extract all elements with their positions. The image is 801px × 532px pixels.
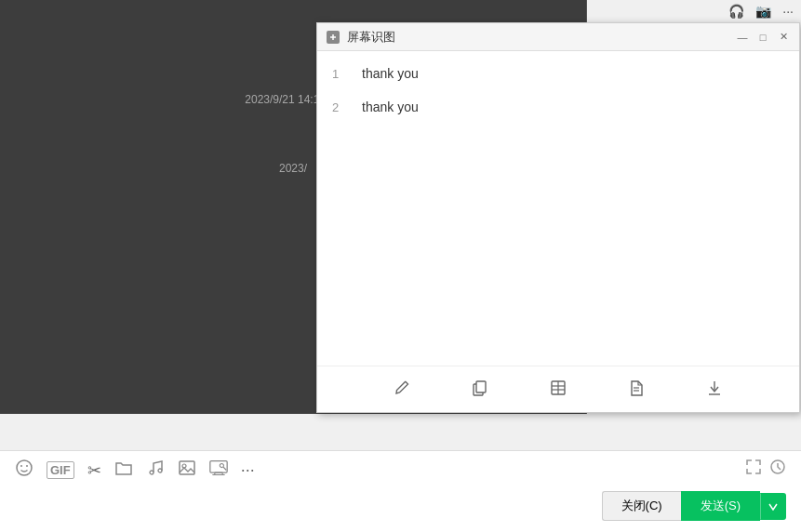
ocr-download-icon[interactable] (702, 376, 727, 404)
more-icon[interactable]: ··· (782, 4, 794, 19)
camera-icon: 📷 (755, 4, 771, 19)
toolbar-buttons: 关闭(C) 发送(S) (602, 491, 786, 521)
svg-point-14 (20, 465, 22, 467)
emoji-icon[interactable] (15, 459, 33, 482)
folder-icon[interactable] (114, 459, 133, 481)
send-dropdown-button[interactable] (760, 493, 786, 520)
ocr-item-num-2: 2 (332, 100, 347, 114)
ocr-table-icon[interactable] (546, 376, 570, 404)
ocr-item-1: 1 thank you (332, 66, 784, 81)
toolbar-right-icons (745, 459, 786, 480)
ocr-edit-icon[interactable] (390, 376, 414, 404)
toolbar: GIF ✂ (0, 450, 801, 532)
svg-line-24 (223, 467, 226, 470)
ocr-panel: 屏幕识图 — □ ✕ 1 thank you 2 thank you (316, 22, 800, 413)
close-button[interactable]: ✕ (777, 31, 790, 44)
expand-icon[interactable] (745, 459, 762, 480)
ocr-title: 屏幕识图 (347, 29, 728, 46)
svg-point-16 (150, 471, 154, 474)
ocr-item-2: 2 thank you (332, 100, 784, 114)
svg-rect-20 (210, 461, 227, 473)
headset-icon: 🎧 (728, 4, 744, 19)
svg-point-13 (17, 460, 32, 475)
scissors-icon[interactable]: ✂ (87, 460, 101, 481)
gif-icon[interactable]: GIF (47, 461, 74, 479)
ocr-content: 1 thank you 2 thank you (317, 51, 799, 366)
history-icon[interactable] (769, 459, 786, 480)
minimize-button[interactable]: — (736, 31, 749, 44)
image-icon[interactable] (178, 459, 196, 481)
svg-point-23 (220, 463, 223, 467)
svg-rect-18 (180, 461, 194, 474)
send-button[interactable]: 发送(S) (681, 491, 760, 521)
ocr-copy-icon[interactable] (468, 376, 492, 404)
restore-button[interactable]: □ (756, 31, 769, 44)
music-icon[interactable] (146, 459, 165, 482)
svg-point-15 (26, 465, 28, 467)
svg-point-17 (158, 469, 162, 472)
ocr-item-text-2: thank you (362, 100, 419, 114)
svg-rect-4 (476, 381, 486, 392)
ocr-title-icon (327, 31, 340, 44)
ocr-item-text-1: thank you (362, 66, 419, 81)
ocr-footer (317, 366, 799, 412)
ocr-doc-icon[interactable] (624, 376, 648, 404)
ocr-titlebar: 屏幕识图 — □ ✕ (317, 23, 799, 51)
screen-icon[interactable] (209, 459, 228, 481)
system-top-bar: 🎧 📷 ··· (689, 0, 801, 22)
toolbar-icons: GIF ✂ (0, 451, 801, 489)
close-chat-button[interactable]: 关闭(C) (602, 491, 681, 521)
ocr-item-num-1: 1 (332, 67, 347, 81)
more-dots-icon[interactable]: ··· (241, 460, 255, 480)
